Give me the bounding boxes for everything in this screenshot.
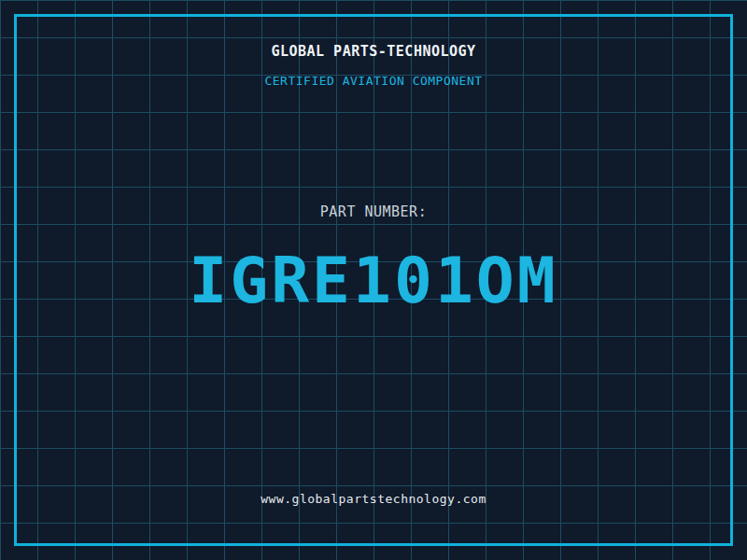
part-number-value: IGRE101OM <box>0 249 747 313</box>
certification-subtitle: CERTIFIED AVIATION COMPONENT <box>0 75 747 87</box>
website-url: www.globalpartstechnology.com <box>0 493 747 505</box>
part-number-label: PART NUMBER: <box>0 205 747 219</box>
blueprint-page: GLOBAL PARTS-TECHNOLOGY CERTIFIED AVIATI… <box>0 0 747 560</box>
company-title: GLOBAL PARTS-TECHNOLOGY <box>0 45 747 59</box>
